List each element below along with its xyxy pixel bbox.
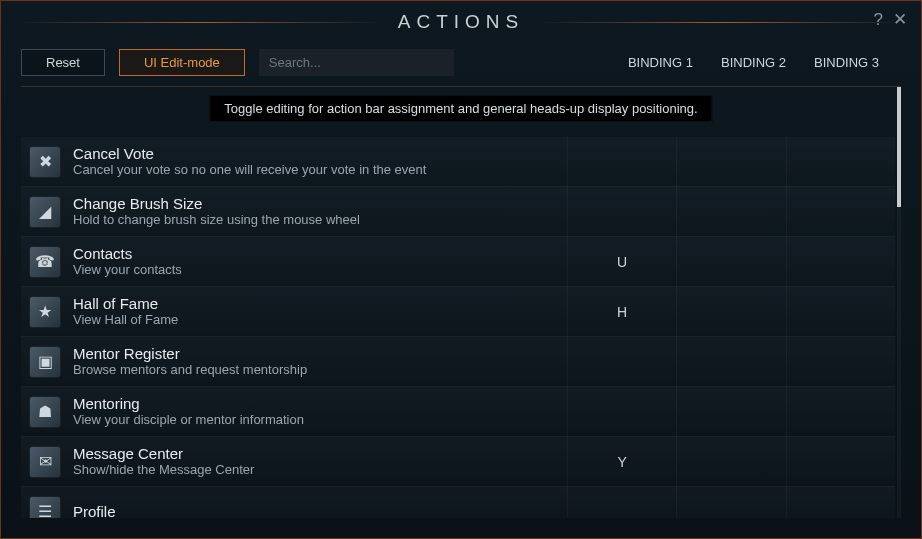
action-icon: ☎ — [29, 246, 61, 278]
actions-body: Toggle editing for action bar assignment… — [21, 86, 901, 518]
edit-mode-tooltip: Toggle editing for action bar assignment… — [209, 95, 712, 122]
action-bindings: Y — [567, 437, 895, 487]
action-desc: View your disciple or mentor information — [73, 412, 567, 428]
action-desc: Show/hide the Message Center — [73, 462, 567, 478]
scrollbar[interactable] — [897, 87, 901, 518]
binding-2-cell[interactable] — [676, 337, 785, 387]
action-bindings: U — [567, 237, 895, 287]
action-icon: ✉ — [29, 446, 61, 478]
binding-3-cell[interactable] — [786, 387, 895, 437]
action-desc: Cancel your vote so no one will receive … — [73, 162, 567, 178]
title-divider-left — [15, 22, 384, 23]
action-text: Message CenterShow/hide the Message Cent… — [67, 445, 567, 478]
window-title: ACTIONS — [398, 11, 524, 33]
action-name: Message Center — [73, 445, 567, 462]
action-row[interactable]: ☰Profile — [21, 487, 895, 518]
col-binding-1: BINDING 1 — [628, 55, 693, 70]
action-bindings: H — [567, 287, 895, 337]
action-bindings — [567, 337, 895, 387]
help-icon[interactable]: ? — [874, 11, 883, 28]
action-desc: View Hall of Fame — [73, 312, 567, 328]
binding-1-cell[interactable] — [567, 187, 676, 237]
action-icon-cell: ▣ — [23, 340, 67, 384]
binding-2-cell[interactable] — [676, 287, 785, 337]
close-icon[interactable]: ✕ — [893, 11, 907, 28]
action-icon: ▣ — [29, 346, 61, 378]
binding-2-cell[interactable] — [676, 437, 785, 487]
action-row[interactable]: ★Hall of FameView Hall of FameH — [21, 287, 895, 337]
col-binding-3: BINDING 3 — [814, 55, 879, 70]
binding-2-cell[interactable] — [676, 237, 785, 287]
action-icon: ☗ — [29, 396, 61, 428]
action-name: Mentor Register — [73, 345, 567, 362]
col-binding-2: BINDING 2 — [721, 55, 786, 70]
action-bindings — [567, 187, 895, 237]
binding-3-cell[interactable] — [786, 287, 895, 337]
column-headers: BINDING 1 BINDING 2 BINDING 3 — [628, 55, 901, 70]
action-desc: Hold to change brush size using the mous… — [73, 212, 567, 228]
action-text: ContactsView your contacts — [67, 245, 567, 278]
binding-3-cell[interactable] — [786, 437, 895, 487]
actions-scroll: ✖Cancel VoteCancel your vote so no one w… — [21, 87, 895, 518]
action-icon-cell: ☎ — [23, 240, 67, 284]
binding-1-cell[interactable] — [567, 487, 676, 519]
action-name: Profile — [73, 503, 567, 518]
action-name: Mentoring — [73, 395, 567, 412]
reset-button[interactable]: Reset — [21, 49, 105, 76]
action-row[interactable]: ☗MentoringView your disciple or mentor i… — [21, 387, 895, 437]
action-name: Contacts — [73, 245, 567, 262]
action-bindings — [567, 387, 895, 437]
action-icon-cell: ✉ — [23, 440, 67, 484]
action-icon-cell: ✖ — [23, 140, 67, 184]
action-row[interactable]: ✖Cancel VoteCancel your vote so no one w… — [21, 137, 895, 187]
binding-3-cell[interactable] — [786, 137, 895, 187]
ui-edit-mode-button[interactable]: UI Edit-mode — [119, 49, 245, 76]
action-name: Change Brush Size — [73, 195, 567, 212]
binding-1-cell[interactable]: Y — [567, 437, 676, 487]
binding-1-cell[interactable]: U — [567, 237, 676, 287]
title-divider-right — [538, 22, 907, 23]
action-text: Change Brush SizeHold to change brush si… — [67, 195, 567, 228]
search-input[interactable] — [259, 49, 454, 76]
binding-3-cell[interactable] — [786, 337, 895, 387]
action-icon-cell: ★ — [23, 290, 67, 334]
action-name: Hall of Fame — [73, 295, 567, 312]
toolbar: Reset UI Edit-mode BINDING 1 BINDING 2 B… — [1, 43, 921, 86]
action-text: MentoringView your disciple or mentor in… — [67, 395, 567, 428]
action-icon-cell: ◢ — [23, 190, 67, 234]
titlebar: ACTIONS ? ✕ — [1, 1, 921, 43]
action-icon-cell: ☗ — [23, 390, 67, 434]
binding-3-cell[interactable] — [786, 237, 895, 287]
action-text: Cancel VoteCancel your vote so no one wi… — [67, 145, 567, 178]
action-icon: ✖ — [29, 146, 61, 178]
action-bindings — [567, 137, 895, 187]
binding-2-cell[interactable] — [676, 137, 785, 187]
binding-1-cell[interactable] — [567, 387, 676, 437]
action-desc: View your contacts — [73, 262, 567, 278]
action-row[interactable]: ◢Change Brush SizeHold to change brush s… — [21, 187, 895, 237]
action-text: Hall of FameView Hall of Fame — [67, 295, 567, 328]
binding-2-cell[interactable] — [676, 387, 785, 437]
actions-list: ✖Cancel VoteCancel your vote so no one w… — [21, 87, 895, 518]
action-row[interactable]: ☎ContactsView your contactsU — [21, 237, 895, 287]
action-name: Cancel Vote — [73, 145, 567, 162]
binding-3-cell[interactable] — [786, 487, 895, 519]
action-icon: ★ — [29, 296, 61, 328]
action-text: Mentor RegisterBrowse mentors and reques… — [67, 345, 567, 378]
binding-1-cell[interactable] — [567, 337, 676, 387]
scrollbar-thumb[interactable] — [897, 87, 901, 207]
action-icon: ◢ — [29, 196, 61, 228]
action-bindings — [567, 487, 895, 519]
binding-3-cell[interactable] — [786, 187, 895, 237]
binding-1-cell[interactable] — [567, 137, 676, 187]
binding-2-cell[interactable] — [676, 187, 785, 237]
action-icon: ☰ — [29, 496, 61, 519]
binding-2-cell[interactable] — [676, 487, 785, 519]
binding-1-cell[interactable]: H — [567, 287, 676, 337]
action-row[interactable]: ✉Message CenterShow/hide the Message Cen… — [21, 437, 895, 487]
action-text: Profile — [67, 503, 567, 518]
action-desc: Browse mentors and request mentorship — [73, 362, 567, 378]
actions-window: ACTIONS ? ✕ Reset UI Edit-mode BINDING 1… — [0, 0, 922, 539]
action-icon-cell: ☰ — [23, 490, 67, 519]
action-row[interactable]: ▣Mentor RegisterBrowse mentors and reque… — [21, 337, 895, 387]
